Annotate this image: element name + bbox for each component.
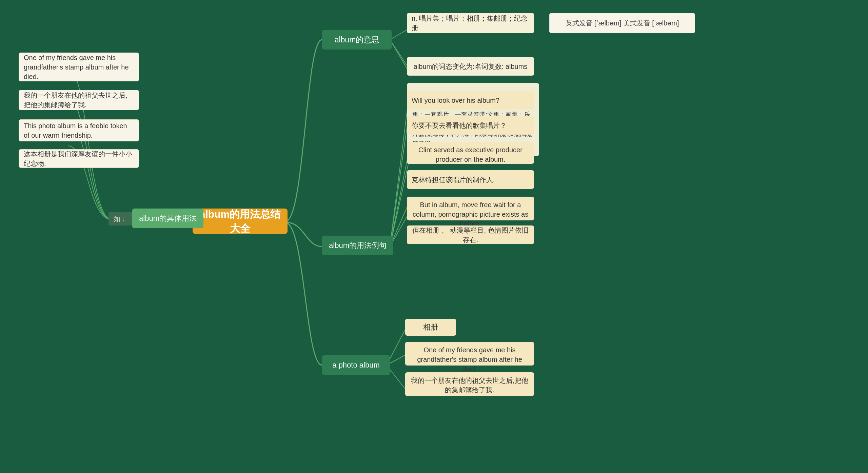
- photo-album-example-zh: 我的一个朋友在他的祖父去世之后,把他的集邮簿给了我.: [405, 372, 534, 396]
- central-node: album的用法总结大全: [193, 209, 288, 234]
- left-example-zh-2: 这本相册是我们深厚友谊的一件小小纪念物.: [19, 149, 139, 168]
- photo-album-example-en: One of my friends gave me his grandfathe…: [405, 342, 534, 366]
- morph-box: album的词态变化为:名词复数: albums: [407, 57, 534, 76]
- photo-album-node: a photo album: [322, 355, 390, 375]
- left-example-zh-1: 我的一个朋友在他的祖父去世之后,把他的集邮簿给了我.: [19, 90, 139, 110]
- definition-box: n. 唱片集；唱片；相册；集邮册；纪念册: [407, 13, 534, 33]
- left-example-en-2: This photo album is a feeble token of ou…: [19, 119, 139, 141]
- example-3-en: But in album, move free wait for a colum…: [407, 197, 534, 220]
- example-2-zh: 克林特担任该唱片的制作人.: [407, 170, 534, 189]
- usage-node: album的具体用法: [132, 209, 203, 228]
- example-1-zh: 你要不要去看看他的歌集唱片？: [407, 116, 534, 135]
- pronunciation-box: 英式发音 [ˈælbəm] 美式发音 [ˈælbəm]: [549, 13, 695, 33]
- example-2-en: Clint served as executive producer produ…: [407, 142, 534, 164]
- like-label: 如：: [108, 212, 132, 225]
- photo-album-cn-label: 相册: [405, 319, 456, 336]
- meaning-node: album的意思: [322, 30, 392, 50]
- examples-node: album的用法例句: [322, 236, 393, 255]
- left-example-en-1: One of my friends gave me his grandfathe…: [19, 53, 139, 81]
- example-1-en: Will you look over his album?: [407, 91, 534, 110]
- example-3-zh: 但在相册 、 动漫等栏目, 色情图片依旧存在.: [407, 225, 534, 244]
